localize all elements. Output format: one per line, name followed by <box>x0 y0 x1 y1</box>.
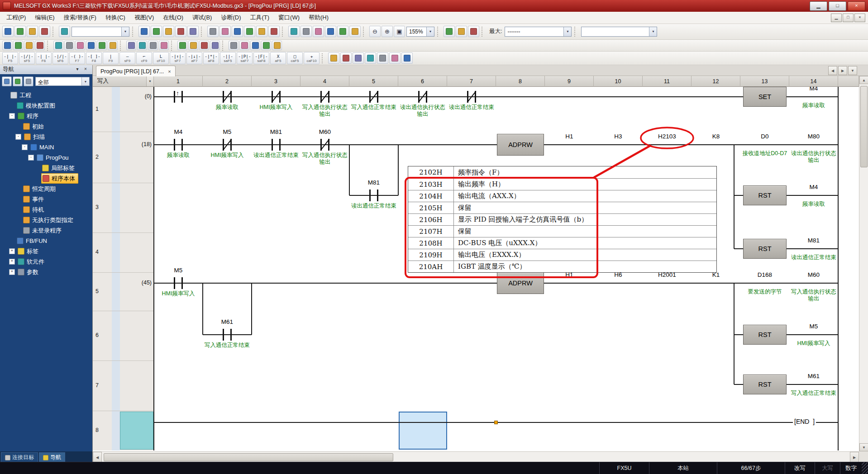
redo-icon[interactable] <box>187 26 199 37</box>
child-close-button[interactable]: × <box>854 14 865 22</box>
project-view-icon[interactable] <box>2 41 12 50</box>
menu-item-5[interactable]: 在线(O) <box>158 12 188 24</box>
read-from-plc-icon[interactable] <box>325 26 336 37</box>
vertical-scroll-thumb[interactable] <box>860 86 868 167</box>
open-icon[interactable] <box>14 26 26 37</box>
horizontal-scrollbar[interactable]: ◀ ▶ <box>93 451 859 462</box>
tree-item-program[interactable]: -程序 <box>0 111 92 121</box>
operand-D0[interactable]: D0 <box>740 133 789 140</box>
tree-item-scan-program[interactable]: -扫描 <box>0 132 92 142</box>
minimize-button[interactable]: ▁ <box>810 1 827 11</box>
instruction-rst[interactable]: RST <box>743 185 787 205</box>
window-1-icon[interactable] <box>126 41 136 50</box>
program-5-icon[interactable] <box>97 41 107 50</box>
menu-item-9[interactable]: 窗口(W) <box>274 12 304 24</box>
tree-item-standby-program[interactable]: 待机 <box>0 204 92 215</box>
scroll-left-icon[interactable]: ◀ <box>93 452 102 463</box>
tree-item-local-label[interactable]: 局部标签 <box>0 163 92 173</box>
note-icon[interactable] <box>244 26 255 37</box>
ladder-tool-sF5[interactable]: -|/|-sF5 <box>19 52 35 64</box>
program-3-icon[interactable] <box>75 41 85 50</box>
operand-H2103[interactable]: H2103 <box>643 133 692 140</box>
scroll-right-icon[interactable]: ▶ <box>850 452 859 463</box>
grid-setting-icon[interactable] <box>444 26 455 37</box>
convert-all-icon[interactable] <box>300 26 312 37</box>
monitor-1-icon[interactable] <box>177 41 187 50</box>
ladder-tool-caF5[interactable]: □caF5 <box>287 52 303 64</box>
horizontal-scroll-thumb[interactable] <box>104 453 393 461</box>
note-edit-icon[interactable] <box>377 52 388 64</box>
chevron-down-icon[interactable]: ▼ <box>121 27 129 36</box>
ladder-tool-caF10[interactable]: +caF10 <box>304 52 320 64</box>
statement-edit-icon[interactable] <box>365 52 376 64</box>
misc-2-icon[interactable] <box>239 41 249 50</box>
menu-item-10[interactable]: 帮助(H) <box>304 12 333 24</box>
tree-item-main-program[interactable]: -MAIN <box>0 142 92 152</box>
scroll-up-icon[interactable]: ▲ <box>859 76 868 84</box>
toolbar-combobox[interactable]: 155%▼ <box>406 27 434 37</box>
toolbar-combobox[interactable]: ▼ <box>581 27 657 37</box>
selected-cell[interactable] <box>399 412 447 450</box>
write-to-plc-icon[interactable] <box>313 26 324 37</box>
cut-icon[interactable] <box>138 26 150 37</box>
ladder-tool-sF7[interactable]: -|↑|-sF7 <box>170 52 186 64</box>
ladder-tool-aF5[interactable]: XaF5 <box>270 52 286 64</box>
tree-item-device[interactable]: +软元件 <box>0 256 92 267</box>
menu-item-2[interactable]: 搜索/替换(F) <box>59 12 101 24</box>
instruction-rst[interactable]: RST <box>743 239 787 259</box>
monitor-3-icon[interactable] <box>199 41 209 50</box>
window-4-icon[interactable] <box>159 41 169 50</box>
device-name-M81[interactable]: M81 <box>252 128 300 135</box>
convert-icon[interactable] <box>288 26 300 37</box>
operand-M80[interactable]: M80 <box>789 133 838 140</box>
ladder-tool-cF9[interactable]: ⌐cF9 <box>136 52 152 64</box>
expand-icon[interactable]: + <box>9 269 15 275</box>
operand-M4[interactable]: M4 <box>789 184 838 190</box>
ladder-tool-aF8[interactable]: -|*|-aF8 <box>203 52 219 64</box>
maximize-button[interactable]: □ <box>829 1 846 11</box>
cross-reference-icon[interactable] <box>256 26 267 37</box>
instruction-rst[interactable]: RST <box>743 325 787 345</box>
collapse-icon[interactable]: - <box>15 134 21 140</box>
vertical-scrollbar[interactable]: ▲ ▼ <box>859 76 868 451</box>
chevron-down-icon[interactable]: ▼ <box>649 27 657 36</box>
device-comment-icon[interactable] <box>207 26 219 37</box>
device-name-M5[interactable]: M5 <box>154 267 203 274</box>
tree-item-fixed-cycle[interactable]: 恒定周期 <box>0 184 92 194</box>
misc-4-icon[interactable] <box>261 41 271 50</box>
tree-item-fb-fun[interactable]: FB/FUN <box>0 236 92 246</box>
tab-scroll-right-icon[interactable]: ▶ <box>838 66 847 75</box>
copy-icon[interactable] <box>151 26 162 37</box>
collapse-icon[interactable]: - <box>22 144 28 150</box>
collapse-icon[interactable]: - <box>28 155 34 161</box>
tab-close-icon[interactable]: × <box>168 69 171 74</box>
operand-H3[interactable]: H3 <box>594 133 643 140</box>
nav-window-icon[interactable] <box>2 76 12 86</box>
nav-bottom-tab-1[interactable]: 导航 <box>39 452 65 462</box>
tab-list-icon[interactable]: ▼ <box>848 66 857 75</box>
undo-icon[interactable] <box>175 26 186 37</box>
device-name-M4[interactable]: M4 <box>154 128 203 135</box>
ladder-tool-saF7[interactable]: -|P|-saF7 <box>237 52 253 64</box>
zoom-in-icon[interactable]: ⊕ <box>382 26 393 37</box>
nav-filter-combobox[interactable]: 全部 ▼ <box>35 77 90 86</box>
ladder-tool-F9[interactable]: |F9 <box>103 52 119 64</box>
device-search-icon[interactable] <box>389 52 401 64</box>
misc-5-icon[interactable] <box>272 41 282 50</box>
document-tab[interactable]: ProgPou [PRG] [LD] 67... × <box>96 66 176 76</box>
operand-M81[interactable]: M81 <box>789 237 838 244</box>
print-icon[interactable] <box>39 26 50 37</box>
tab-scroll-left-icon[interactable]: ◀ <box>828 66 837 75</box>
module-config-icon[interactable] <box>13 41 23 50</box>
collapse-icon[interactable]: - <box>9 113 15 119</box>
program-2-icon[interactable] <box>64 41 74 50</box>
device-name-M61[interactable]: M61 <box>203 318 252 325</box>
device-name-M60[interactable]: M60 <box>300 128 349 135</box>
label-editor-icon[interactable] <box>35 41 45 50</box>
child-minimize-button[interactable]: ▁ <box>831 14 842 22</box>
insert-mode-icon[interactable] <box>340 52 352 64</box>
tree-item-parameter[interactable]: +参数 <box>0 267 92 277</box>
select-mode-icon[interactable] <box>328 52 339 64</box>
nav-tree-icon[interactable] <box>13 76 23 86</box>
program-1-icon[interactable] <box>53 41 63 50</box>
